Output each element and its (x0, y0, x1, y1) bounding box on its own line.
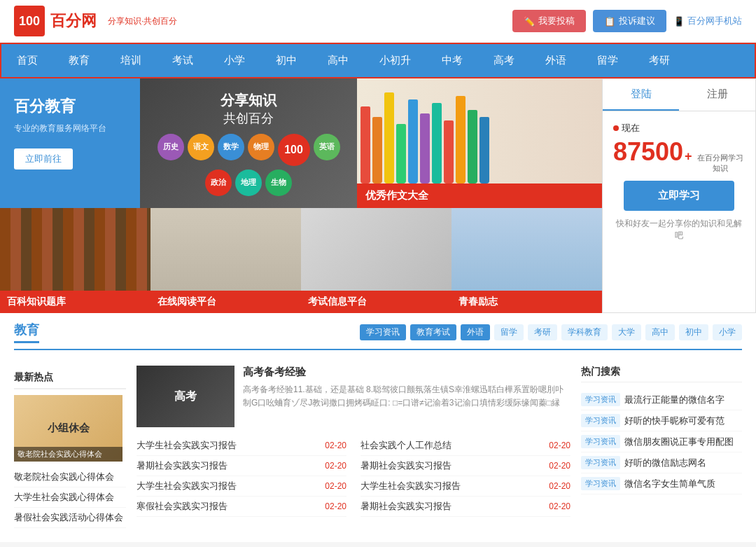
hot-search-item[interactable]: 学习资讯最流行正能量的微信名字 (581, 389, 742, 410)
main-nav: 首页教育培训考试小学初中高中小初升中考高考外语留学考研 (0, 43, 756, 78)
article-item[interactable]: 暑期社会实践实习报告02-20 (360, 456, 570, 476)
exam-item[interactable]: 考试信息平台 (301, 208, 451, 313)
edu-tag-2[interactable]: 外语 (461, 324, 490, 340)
banner-row2: 百科知识题库 在线阅读平台 考试信息平台 青春励志 (0, 208, 602, 313)
pencil-3 (396, 124, 406, 184)
article-list-left: 大学生社会实践实习报告02-20暑期社会实践实习报告02-20大学生社会实践实习… (136, 436, 346, 517)
goto-btn[interactable]: 立即前往 (14, 148, 73, 169)
article-item[interactable]: 寒假社会实践实习报告02-20 (136, 497, 346, 517)
latest-img-item[interactable]: 小组休会 敬老院社会实践心得体会 (14, 395, 126, 462)
register-tab[interactable]: 注册 (679, 79, 755, 111)
hot-search-item[interactable]: 学习资讯好听的快手昵称可爱有范 (581, 410, 742, 431)
edu-tag-3[interactable]: 留学 (494, 324, 524, 340)
hot-tag: 学习资讯 (581, 393, 620, 406)
mobile-btn[interactable]: 📱 百分网手机站 (673, 15, 742, 27)
essay-overlay[interactable]: 优秀作文大全 (357, 184, 602, 208)
banner-subtitle: 专业的教育服务网络平台 (14, 123, 126, 134)
nav-item-小学[interactable]: 小学 (209, 44, 260, 77)
nav-item-考试[interactable]: 考试 (157, 44, 209, 77)
physics-circle: 物理 (248, 134, 274, 160)
edu-tag-5[interactable]: 学科教育 (561, 324, 608, 340)
banner-row1: 百分教育 专业的教育服务网络平台 立即前往 分享知识 共创百分 历史 语文 数学… (0, 78, 602, 208)
edu-header: 教育 学习资讯教育考试外语留学考研学科教育大学高中初中小学 (14, 321, 742, 350)
youth-label: 青春励志 (451, 291, 602, 313)
hot-tag: 学习资讯 (581, 477, 620, 490)
article-item[interactable]: 暑期社会实践实习报告02-20 (360, 497, 570, 517)
politics-circle: 政治 (205, 169, 232, 196)
latest-img-bg: 小组休会 敬老院社会实践心得体会 (14, 395, 122, 462)
nav-item-初中[interactable]: 初中 (260, 44, 312, 77)
nav-item-高中[interactable]: 高中 (312, 44, 364, 77)
encyclopedia-item[interactable]: 百科知识题库 (0, 208, 150, 313)
latest-hot-col: 最新热点 小组休会 敬老院社会实践心得体会 敬老院社会实践心得体会大学生社会实践… (14, 366, 126, 528)
complaint-btn[interactable]: 📋 投诉建议 (593, 10, 666, 32)
latest-item[interactable]: 大学生社会实践心得体会 (14, 487, 126, 508)
latest-item[interactable]: 暑假社会实践活动心得体会 (14, 508, 126, 528)
hot-link: 好听的快手昵称可爱有范 (624, 415, 724, 427)
header-buttons: ✏️ 我要投稿 📋 投诉建议 📱 百分网手机站 (512, 10, 742, 32)
hot-search-item[interactable]: 学习资讯微信名字女生简单气质 (581, 473, 742, 494)
nav-item-首页[interactable]: 首页 (1, 44, 53, 77)
submit-btn[interactable]: ✏️ 我要投稿 (512, 10, 586, 32)
nav-item-中考[interactable]: 中考 (426, 44, 478, 77)
header: 100 百分网 分享知识·共创百分 ✏️ 我要投稿 📋 投诉建议 📱 百分网手机… (0, 0, 756, 43)
hot-search-title: 热门搜索 (581, 366, 742, 382)
pencil-1 (372, 117, 382, 184)
banner-mid-text1: 分享知识 (220, 91, 276, 110)
hot-link: 最流行正能量的微信名字 (624, 394, 724, 406)
edu-tag-8[interactable]: 初中 (679, 324, 708, 340)
reading-item[interactable]: 在线阅读平台 (150, 208, 301, 313)
logo-icon: 100 (14, 6, 45, 36)
mobile-label: 百分网手机站 (687, 15, 742, 27)
article-date: 02-20 (318, 481, 346, 491)
article-list-right: 社会实践个人工作总结02-20暑期社会实践实习报告02-20大学生社会实践实习报… (360, 436, 570, 517)
banner-left: 百分教育 专业的教育服务网络平台 立即前往 (0, 78, 140, 208)
page-wrapper: 100 百分网 分享知识·共创百分 ✏️ 我要投稿 📋 投诉建议 📱 百分网手机… (0, 0, 756, 542)
edu-tag-4[interactable]: 考研 (528, 324, 557, 340)
nav-item-考研[interactable]: 考研 (634, 44, 685, 77)
article-thumb-wrapper[interactable]: 高考 (136, 366, 234, 427)
edu-tag-9[interactable]: 小学 (713, 324, 742, 340)
nav-item-外语[interactable]: 外语 (530, 44, 582, 77)
article-item[interactable]: 社会实践个人工作总结02-20 (360, 436, 570, 456)
article-date: 02-20 (318, 501, 346, 511)
article-date: 02-20 (542, 501, 570, 511)
hot-search-list: 学习资讯最流行正能量的微信名字学习资讯好听的快手昵称可爱有范学习资讯微信朋友圈说… (581, 389, 742, 494)
complaint-label: 投诉建议 (619, 15, 655, 27)
learn-now-btn[interactable]: 立即学习 (624, 181, 734, 211)
hot-search-item[interactable]: 学习资讯好听的微信励志网名 (581, 452, 742, 473)
hot-tag: 学习资讯 (581, 414, 620, 427)
sidebar-count: 现在 87500 + 在百分网学习知识 立即学习 快和好友一起分享你的知识和见解… (603, 111, 755, 259)
article-date: 02-20 (318, 441, 346, 450)
latest-hot-title: 最新热点 (14, 366, 126, 389)
nav-item-教育[interactable]: 教育 (53, 44, 105, 77)
banner-content: 百分教育 专业的教育服务网络平台 立即前往 分享知识 共创百分 历史 语文 数学… (0, 78, 602, 313)
edit-icon: ✏️ (524, 16, 535, 27)
article-item[interactable]: 大学生社会实践实习报告02-20 (136, 476, 346, 497)
article-title[interactable]: 高考备考经验 (243, 366, 570, 379)
edu-tag-1[interactable]: 教育考试 (410, 324, 456, 340)
article-item[interactable]: 大学生社会实践实习报告02-20 (360, 476, 570, 497)
edu-tag-0[interactable]: 学习资讯 (360, 324, 406, 340)
latest-item[interactable]: 敬老院社会实践心得体会 (14, 467, 126, 487)
article-thumb: 高考 (136, 366, 234, 427)
pencil-4 (408, 99, 418, 184)
nav-item-小初升[interactable]: 小初升 (364, 44, 426, 77)
chinese-circle: 语文 (188, 134, 214, 160)
nav-item-高考[interactable]: 高考 (478, 44, 530, 77)
nav-item-留学[interactable]: 留学 (582, 44, 634, 77)
nav-item-培训[interactable]: 培训 (105, 44, 157, 77)
count-suffix: + (685, 149, 692, 164)
article-date: 02-20 (542, 481, 570, 491)
edu-tag-7[interactable]: 高中 (645, 324, 675, 340)
article-date: 02-20 (542, 441, 570, 450)
hot-search-item[interactable]: 学习资讯微信朋友圈说正事专用配图 (581, 431, 742, 452)
banner-right[interactable]: 优秀作文大全 (357, 78, 602, 208)
article-item[interactable]: 大学生社会实践实习报告02-20 (136, 436, 346, 456)
edu-tag-6[interactable]: 大学 (612, 324, 641, 340)
geography-circle: 地理 (235, 169, 262, 196)
banner-title: 百分教育 (14, 96, 126, 117)
article-item[interactable]: 暑期社会实践实习报告02-20 (136, 456, 346, 476)
youth-item[interactable]: 青春励志 (451, 208, 602, 313)
login-tab[interactable]: 登陆 (603, 79, 679, 111)
